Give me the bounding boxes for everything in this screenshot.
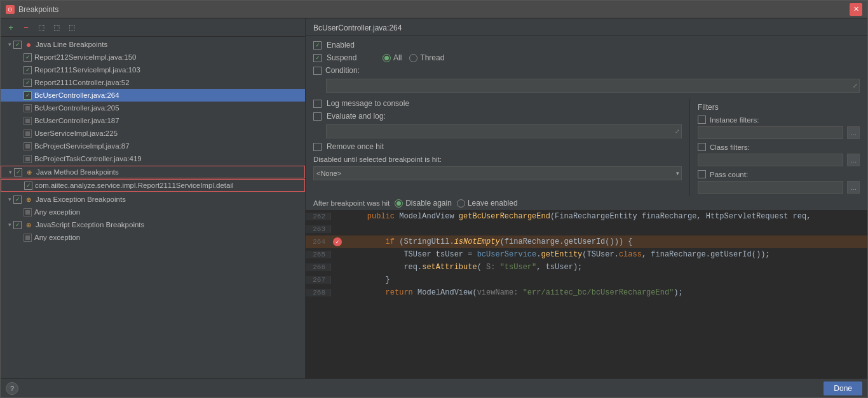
checkbox-report2111method[interactable] (24, 182, 32, 190)
label-r212: Report212ServiceImpl.java:150 (34, 53, 136, 61)
group-checkbox-java-method[interactable] (14, 168, 22, 176)
evaluate-checkbox[interactable] (313, 112, 322, 121)
condition-input-field[interactable] (327, 81, 853, 91)
tree-item-bcuser205[interactable]: BcUserController.java:205 (1, 102, 305, 114)
radio-disable-again-circle[interactable] (395, 199, 403, 208)
add-button[interactable]: + (4, 21, 17, 34)
help-button[interactable]: ? (6, 382, 18, 395)
log-message-label: Log message to console (327, 99, 409, 108)
tree-item-anyexception1[interactable]: Any exception (1, 206, 305, 218)
code-line-262: 262 public ModelAndView getBcUserRecharg… (306, 210, 867, 223)
tree-item-r2111c[interactable]: Report2111Controller.java:52 (1, 76, 305, 89)
filters-title: Filters (698, 99, 860, 112)
code-content-267: } (344, 275, 390, 284)
close-button[interactable]: ✕ (850, 3, 862, 16)
tree-item-bcproject87[interactable]: BcProjectServiceImpl.java:87 (1, 140, 305, 152)
radio-all-circle[interactable] (383, 54, 391, 62)
checkbox-bcuser187[interactable] (24, 117, 32, 125)
left-panel: + − ⬚ ⬚ ⬚ ▾ ● Java Line Breakpoints (1, 18, 306, 378)
instance-filters-more-btn[interactable]: … (847, 126, 860, 139)
expand-arrow-java-method[interactable]: ▾ (6, 168, 14, 176)
suspend-checkbox[interactable] (313, 54, 322, 62)
condition-input-wrapper: ⤢ (326, 79, 860, 93)
checkbox-bcuser264[interactable] (24, 91, 32, 100)
expand-arrow-js-exception[interactable]: ▾ (6, 221, 13, 229)
code-content-262: public ModelAndView getBcUserRechargeEnd… (344, 212, 811, 221)
radio-thread-circle[interactable] (409, 54, 417, 62)
titlebar: ⊙ Breakpoints ✕ (1, 1, 867, 18)
instance-filters-row: Instance filters: (698, 116, 860, 124)
group-label-js-exception: JavaScript Exception Breakpoints (36, 221, 144, 229)
group-checkbox-java-line[interactable] (13, 41, 22, 49)
radio-all[interactable]: All (383, 53, 402, 62)
label-r2111: Report2111ServiceImpl.java:103 (34, 66, 140, 74)
evaluate-input-field[interactable] (327, 126, 675, 136)
pass-count-input[interactable] (698, 181, 843, 194)
java-method-icon: ⊕ (25, 168, 34, 176)
radio-leave-enabled-label: Leave enabled (468, 199, 518, 208)
checkbox-r2111c[interactable] (24, 79, 32, 87)
breakpoints-tree: ▾ ● Java Line Breakpoints Report212Servi… (1, 37, 305, 378)
group-button[interactable]: ⬚ (65, 21, 78, 34)
checkbox-bctask419[interactable] (24, 155, 32, 163)
label-r2111c: Report2111Controller.java:52 (34, 79, 130, 86)
class-filters-input[interactable] (698, 154, 843, 166)
instance-filters-input[interactable] (698, 126, 843, 139)
class-filters-more-btn[interactable]: … (847, 154, 860, 166)
done-button[interactable]: Done (824, 381, 862, 395)
breakpoints-window: ⊙ Breakpoints ✕ + − ⬚ ⬚ ⬚ ▾ ● (0, 0, 868, 398)
enabled-checkbox[interactable] (313, 41, 322, 50)
group-java-exception[interactable]: ▾ ⊕ Java Exception Breakpoints (1, 193, 305, 206)
label-report2111method: com.aiitec.analyze.service.impl.Report21… (35, 182, 234, 189)
label-bcproject87: BcProjectServiceImpl.java:87 (34, 142, 130, 150)
group-checkbox-js-exception[interactable] (13, 221, 22, 229)
none-select-wrapper: <None> ▾ (313, 166, 682, 180)
radio-leave-enabled-circle[interactable] (457, 199, 465, 208)
group-java-method[interactable]: ▾ ⊕ Java Method Breakpoints (1, 166, 305, 178)
checkbox-userservice225[interactable] (24, 129, 32, 138)
tree-item-bcuser264[interactable]: BcUserController.java:264 (1, 89, 305, 102)
checkbox-anyexception2[interactable] (24, 234, 32, 242)
radio-disable-again[interactable]: Disable again (395, 199, 452, 208)
radio-leave-enabled[interactable]: Leave enabled (457, 199, 518, 208)
breakpoint-indicator-264 (333, 237, 342, 246)
js-exception-icon: ⊕ (24, 220, 33, 229)
checkbox-bcproject87[interactable] (24, 142, 32, 150)
enabled-row: Enabled (313, 41, 860, 50)
tree-item-anyexception2[interactable]: Any exception (1, 231, 305, 244)
none-select[interactable]: <None> (313, 166, 682, 180)
class-filters-checkbox[interactable] (698, 143, 706, 151)
expand-arrow-java-line[interactable]: ▾ (6, 41, 13, 48)
class-filters-label: Class filters: (710, 143, 750, 151)
remove-button[interactable]: − (20, 21, 32, 34)
remove-once-row: Remove once hit (313, 142, 682, 151)
code-line-268: 268 return ModelAndView(viewName: "err/a… (306, 286, 867, 299)
checkbox-r212[interactable] (24, 53, 32, 62)
right-panel: BcUserController.java:264 Enabled Suspen… (306, 18, 867, 378)
code-line-265: 265 TSUser tsUser = bcUserService.getEnt… (306, 248, 867, 261)
import-button[interactable]: ⬚ (50, 21, 63, 34)
checkbox-anyexception1[interactable] (24, 208, 32, 216)
tree-item-r2111[interactable]: Report2111ServiceImpl.java:103 (1, 63, 305, 76)
checkbox-r2111[interactable] (24, 66, 32, 74)
radio-thread[interactable]: Thread (409, 53, 444, 62)
group-java-line[interactable]: ▾ ● Java Line Breakpoints (1, 38, 305, 51)
condition-checkbox[interactable] (313, 67, 322, 75)
checkbox-bcuser205[interactable] (24, 104, 32, 112)
export-button[interactable]: ⬚ (35, 21, 48, 34)
label-bcuser264: BcUserController.java:264 (34, 91, 119, 99)
tree-item-bcuser187[interactable]: BcUserController.java:187 (1, 114, 305, 127)
tree-item-report2111method[interactable]: com.aiitec.analyze.service.impl.Report21… (1, 179, 305, 192)
tree-item-bctask419[interactable]: BcProjectTaskController.java:419 (1, 152, 305, 165)
expand-arrow-java-exception[interactable]: ▾ (6, 196, 13, 203)
tree-item-r212[interactable]: Report212ServiceImpl.java:150 (1, 51, 305, 63)
remove-once-checkbox[interactable] (313, 143, 322, 151)
pass-count-more-btn[interactable]: … (847, 181, 860, 194)
code-line-263: 263 (306, 223, 867, 235)
tree-item-userservice225[interactable]: UserServiceImpl.java:225 (1, 127, 305, 140)
pass-count-checkbox[interactable] (698, 170, 706, 178)
instance-filters-checkbox[interactable] (698, 116, 706, 124)
group-checkbox-java-exception[interactable] (13, 196, 22, 204)
log-message-checkbox[interactable] (313, 100, 322, 108)
group-js-exception[interactable]: ▾ ⊕ JavaScript Exception Breakpoints (1, 218, 305, 231)
